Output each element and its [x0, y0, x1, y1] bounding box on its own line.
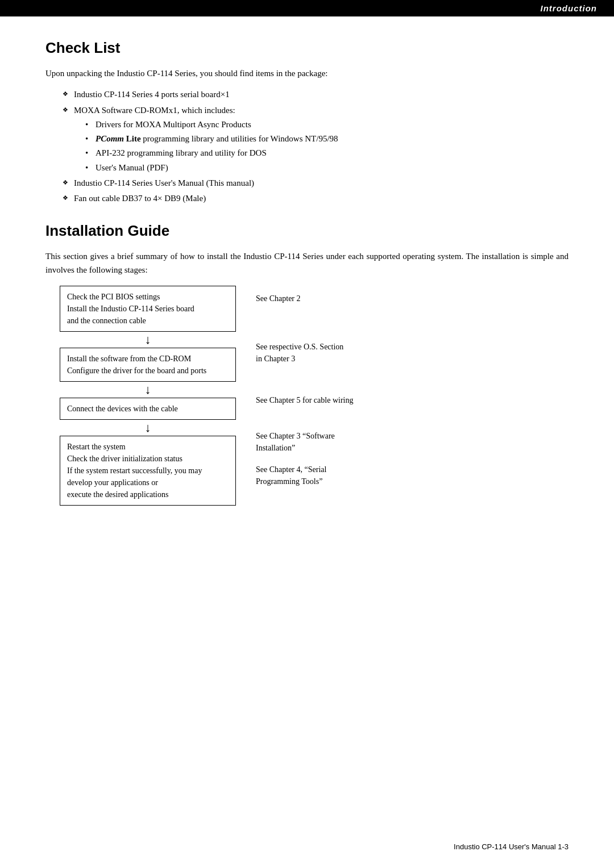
page-container: Introduction Check List Upon unpacking t…	[0, 0, 614, 868]
note-spacer-1	[256, 304, 353, 341]
note-group-2: See respective O.S. Sectionin Chapter 3	[256, 341, 353, 365]
item-text: Fan out cable DB37 to 4× DB9 (Male)	[74, 194, 206, 203]
flowchart-notes: See Chapter 2 See respective O.S. Sectio…	[256, 286, 353, 487]
checklist-heading: Check List	[45, 39, 569, 57]
flow-box-1-text: Check the PCI BIOS settingsInstall the I…	[67, 293, 194, 325]
brand-name: PComm	[96, 134, 124, 143]
flow-box-2-text: Install the software from the CD-ROMConf…	[67, 354, 206, 375]
checklist-intro: Upon unpacking the Industio CP-114 Serie…	[45, 67, 569, 80]
flow-arrow-1: ↓	[145, 333, 151, 346]
list-item: MOXA Software CD-ROMx1, which includes: …	[63, 104, 569, 174]
note-3: See Chapter 5 for cable wiring	[256, 396, 353, 404]
sub-items: Drivers for MOXA Multiport Async Product…	[85, 118, 569, 174]
item-text: MOXA Software CD-ROMx1, which includes:	[74, 106, 235, 115]
flow-box-4: Restart the systemCheck the driver initi…	[60, 436, 236, 506]
installation-intro: This section gives a brief summary of ho…	[45, 250, 569, 277]
installation-guide-section: Installation Guide This section gives a …	[45, 222, 569, 506]
note-group-3: See Chapter 5 for cable wiring	[256, 394, 353, 406]
list-item: Industio CP-114 Series User's Manual (Th…	[63, 177, 569, 190]
item-text: Industio CP-114 Series User's Manual (Th…	[74, 178, 254, 187]
item-text: User's Manual (PDF)	[96, 163, 168, 172]
list-item: Fan out cable DB37 to 4× DB9 (Male)	[63, 192, 569, 205]
item-text: PComm Lite programming library and utili…	[96, 134, 338, 143]
note-1: See Chapter 2	[256, 294, 301, 303]
note-spacer-2	[256, 365, 353, 394]
note-4a: See Chapter 3 “SoftwareInstallation”	[256, 432, 335, 452]
item-text: Drivers for MOXA Multiport Async Product…	[96, 120, 251, 129]
flow-box-4-text: Restart the systemCheck the driver initi…	[67, 443, 202, 499]
note-4b: See Chapter 4, “SerialProgramming Tools”	[256, 465, 326, 486]
note-2: See respective O.S. Sectionin Chapter 3	[256, 343, 343, 363]
header-bar: Introduction	[0, 0, 614, 16]
list-item: Drivers for MOXA Multiport Async Product…	[85, 118, 569, 131]
footer: Industio CP-114 User's Manual 1-3	[454, 842, 569, 851]
flow-box-3: Connect the devices with the cable	[60, 398, 236, 420]
list-item: API-232 programming library and utility …	[85, 147, 569, 160]
footer-text: Industio CP-114 User's Manual 1-3	[454, 842, 569, 851]
flow-box-3-text: Connect the devices with the cable	[67, 404, 178, 413]
list-item: Industio CP-114 Series 4 ports serial bo…	[63, 88, 569, 101]
flow-box-1: Check the PCI BIOS settingsInstall the I…	[60, 286, 236, 332]
flow-arrow-2: ↓	[145, 383, 151, 396]
main-content: Check List Upon unpacking the Industio C…	[0, 16, 614, 540]
flowchart-container: Check the PCI BIOS settingsInstall the I…	[57, 286, 569, 506]
flowchart-boxes: Check the PCI BIOS settingsInstall the I…	[57, 286, 239, 506]
item-text: Industio CP-114 Series 4 ports serial bo…	[74, 90, 230, 99]
lite-text: Lite	[126, 134, 141, 143]
checklist-items: Industio CP-114 Series 4 ports serial bo…	[63, 88, 569, 205]
note-group-4: See Chapter 3 “SoftwareInstallation” See…	[256, 430, 353, 487]
list-item: PComm Lite programming library and utili…	[85, 132, 569, 145]
header-title: Introduction	[541, 3, 597, 13]
note-group-1: See Chapter 2	[256, 293, 353, 304]
note-spacer-3	[256, 406, 353, 430]
flow-box-2: Install the software from the CD-ROMConf…	[60, 348, 236, 382]
item-text: API-232 programming library and utility …	[96, 148, 267, 157]
installation-heading: Installation Guide	[45, 222, 569, 240]
flow-arrow-3: ↓	[145, 422, 151, 434]
list-item: User's Manual (PDF)	[85, 161, 569, 174]
